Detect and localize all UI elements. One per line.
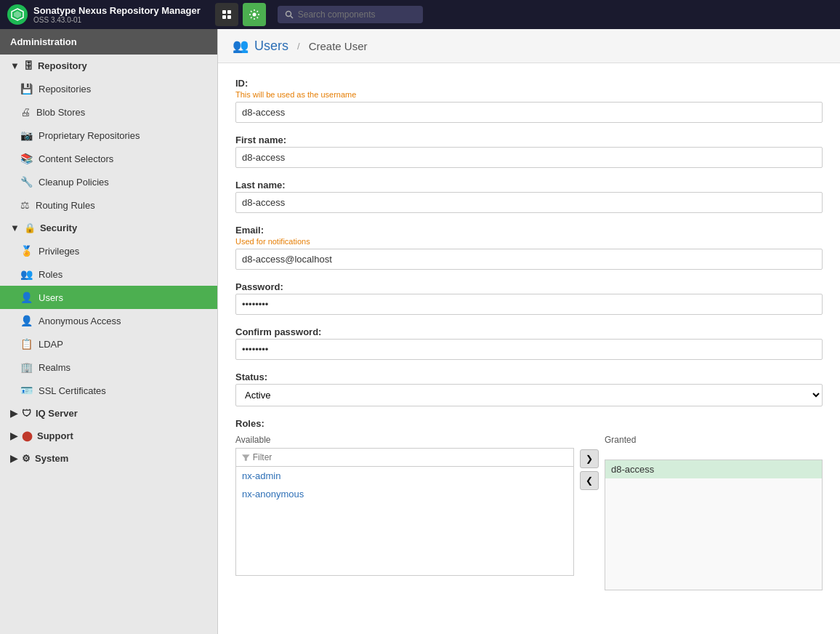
chevron-right-icon-support: ▶ bbox=[10, 430, 17, 441]
email-input[interactable] bbox=[235, 249, 823, 270]
granted-roles-list: d8-access bbox=[605, 460, 823, 590]
sidebar-item-blob-stores[interactable]: 🖨 Blob Stores bbox=[0, 100, 217, 124]
id-label: ID: bbox=[235, 78, 823, 89]
sidebar-section-iq-label: IQ Server bbox=[36, 408, 78, 419]
sidebar-section-security-items: 🏅 Privileges 👥 Roles 👤 Users 👤 Anonymous… bbox=[0, 239, 217, 402]
form-group-id: ID: This will be used as the username bbox=[235, 78, 823, 123]
roles-filter[interactable] bbox=[235, 448, 574, 467]
sidebar-item-routing-rules[interactable]: ⚖ Routing Rules bbox=[0, 193, 217, 217]
svg-point-6 bbox=[252, 13, 256, 17]
cleanup-policies-icon: 🔧 bbox=[20, 176, 33, 188]
sidebar-section-support-label: Support bbox=[37, 430, 73, 441]
chevron-down-icon-security: ▼ bbox=[10, 222, 20, 233]
svg-rect-2 bbox=[222, 10, 226, 14]
users-icon: 👤 bbox=[20, 292, 33, 303]
content-area: 👥 Users / Create User ID: This will be u… bbox=[218, 29, 840, 634]
browse-button[interactable] bbox=[215, 3, 238, 26]
sidebar-section-system-label: System bbox=[35, 453, 68, 464]
sidebar-item-routing-rules-label: Routing Rules bbox=[36, 200, 95, 211]
chevron-down-icon: ▼ bbox=[10, 60, 20, 71]
sidebar-item-proprietary-repos[interactable]: 📷 Proprietary Repositories bbox=[0, 124, 217, 147]
granted-roles-panel: Granted d8-access bbox=[605, 435, 823, 590]
sidebar-section-repository-label: Repository bbox=[38, 60, 87, 71]
app-version: OSS 3.43.0-01 bbox=[33, 16, 201, 24]
move-right-button[interactable]: ❯ bbox=[580, 449, 599, 468]
sidebar-item-ldap[interactable]: 📋 LDAP bbox=[0, 332, 217, 356]
id-hint: This will be used as the username bbox=[235, 90, 823, 99]
roles-filter-input[interactable] bbox=[253, 452, 568, 462]
id-input[interactable] bbox=[235, 102, 823, 123]
sidebar-item-repositories[interactable]: 💾 Repositories bbox=[0, 77, 217, 100]
sidebar-section-repository[interactable]: ▼ 🗄 Repository bbox=[0, 55, 217, 77]
form-group-email: Email: Used for notifications bbox=[235, 225, 823, 270]
sidebar-item-cleanup-policies[interactable]: 🔧 Cleanup Policies bbox=[0, 170, 217, 193]
svg-line-8 bbox=[291, 16, 293, 18]
sidebar-item-ssl-certs-label: SSL Certificates bbox=[39, 385, 106, 396]
sidebar-item-realms-label: Realms bbox=[39, 362, 70, 373]
form-group-confirm-password: Confirm password: bbox=[235, 326, 823, 360]
privileges-icon: 🏅 bbox=[20, 245, 33, 257]
list-item[interactable]: nx-anonymous bbox=[236, 485, 573, 503]
svg-rect-5 bbox=[227, 15, 231, 19]
chevron-right-icon-iq: ▶ bbox=[10, 408, 17, 419]
sidebar-item-users[interactable]: 👤 Users bbox=[0, 286, 217, 309]
firstname-input[interactable] bbox=[235, 147, 823, 168]
firstname-label: First name: bbox=[235, 135, 823, 145]
form-group-firstname: First name: bbox=[235, 135, 823, 168]
sidebar-item-ldap-label: LDAP bbox=[39, 339, 63, 350]
sidebar-header: Administration bbox=[0, 29, 217, 55]
sidebar-item-privileges[interactable]: 🏅 Privileges bbox=[0, 239, 217, 262]
password-label: Password: bbox=[235, 281, 823, 292]
repositories-icon: 💾 bbox=[20, 83, 33, 95]
status-select[interactable]: Active Disabled bbox=[235, 384, 823, 406]
form-group-password: Password: bbox=[235, 281, 823, 315]
system-icon: ⚙ bbox=[22, 453, 31, 464]
blob-stores-icon: 🖨 bbox=[20, 106, 31, 118]
svg-marker-1 bbox=[14, 11, 21, 18]
move-left-button[interactable]: ❮ bbox=[580, 471, 599, 490]
topbar-icons bbox=[215, 3, 266, 26]
content-selectors-icon: 📚 bbox=[20, 153, 33, 164]
breadcrumb-separator: / bbox=[297, 41, 300, 52]
sidebar-section-iq-server[interactable]: ▶ 🛡 IQ Server bbox=[0, 402, 217, 425]
list-item[interactable]: nx-admin bbox=[236, 467, 573, 485]
password-input[interactable] bbox=[235, 294, 823, 315]
sidebar-item-users-label: Users bbox=[39, 292, 63, 303]
breadcrumb-title[interactable]: Users bbox=[254, 39, 288, 54]
sidebar-item-realms[interactable]: 🏢 Realms bbox=[0, 356, 217, 379]
sidebar-item-anonymous-access-label: Anonymous Access bbox=[39, 316, 121, 326]
roles-container: Available nx-admin nx-anonymous bbox=[235, 435, 823, 590]
svg-marker-9 bbox=[242, 454, 250, 461]
lastname-input[interactable] bbox=[235, 192, 823, 213]
sidebar-item-anonymous-access[interactable]: 👤 Anonymous Access bbox=[0, 309, 217, 332]
email-label: Email: bbox=[235, 225, 823, 236]
filter-icon bbox=[242, 454, 250, 462]
app-logo: Sonatype Nexus Repository Manager OSS 3.… bbox=[7, 4, 201, 25]
sidebar-section-system[interactable]: ▶ ⚙ System bbox=[0, 447, 217, 470]
sidebar-item-content-selectors[interactable]: 📚 Content Selectors bbox=[0, 147, 217, 170]
sidebar-item-ssl-certificates[interactable]: 🪪 SSL Certificates bbox=[0, 379, 217, 402]
ldap-icon: 📋 bbox=[20, 338, 33, 350]
sidebar-item-privileges-label: Privileges bbox=[39, 246, 79, 257]
sidebar-section-security[interactable]: ▼ 🔒 Security bbox=[0, 217, 217, 239]
search-bar[interactable] bbox=[278, 6, 423, 23]
form-group-lastname: Last name: bbox=[235, 180, 823, 213]
confirm-password-input[interactable] bbox=[235, 339, 823, 360]
create-user-form: ID: This will be used as the username Fi… bbox=[218, 63, 840, 605]
confirm-password-label: Confirm password: bbox=[235, 326, 823, 337]
svg-rect-3 bbox=[227, 10, 231, 14]
settings-button[interactable] bbox=[243, 3, 266, 26]
list-item[interactable]: d8-access bbox=[605, 460, 822, 478]
logo-icon bbox=[7, 4, 28, 25]
security-icon: 🔒 bbox=[24, 222, 36, 233]
search-input[interactable] bbox=[298, 9, 414, 20]
app-name: Sonatype Nexus Repository Manager bbox=[33, 5, 201, 16]
sidebar-item-repositories-label: Repositories bbox=[39, 84, 91, 95]
sidebar-item-roles-label: Roles bbox=[39, 269, 62, 280]
breadcrumb-icon: 👥 bbox=[233, 38, 249, 54]
roles-label: Roles: bbox=[235, 418, 823, 429]
content-header: 👥 Users / Create User bbox=[218, 29, 840, 63]
sidebar-section-support[interactable]: ▶ ⬤ Support bbox=[0, 425, 217, 447]
sidebar-item-roles[interactable]: 👥 Roles bbox=[0, 262, 217, 286]
status-label: Status: bbox=[235, 372, 823, 382]
